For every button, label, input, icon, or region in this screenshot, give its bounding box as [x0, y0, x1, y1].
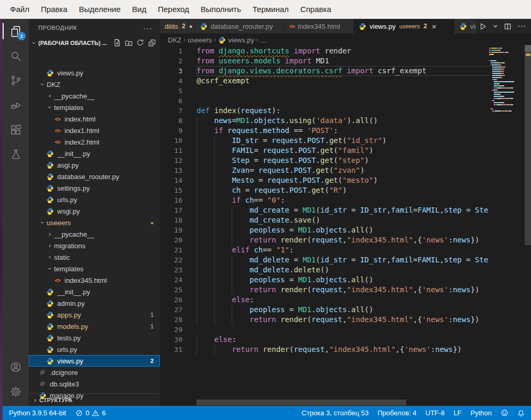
- code-line-17[interactable]: 17md_create = MD1(id_str = ID_str,famil=…: [160, 205, 525, 215]
- menu-Выполнить[interactable]: Выполнить: [195, 0, 247, 19]
- activity-run-and-debug-icon[interactable]: [3, 93, 29, 117]
- activity-extensions-icon[interactable]: [3, 117, 29, 142]
- encoding[interactable]: UTF-8: [426, 409, 445, 417]
- code-line-22[interactable]: 22md_delete = MD1(id_str = ID_str,famil=…: [160, 255, 525, 265]
- tree-item-apps.py[interactable]: apps.py1: [29, 309, 160, 320]
- problems-indicator[interactable]: 0 6: [75, 409, 105, 417]
- activity-testing-icon[interactable]: [3, 142, 29, 167]
- outline-section-header[interactable]: › СТРУКТУРА: [29, 393, 160, 406]
- code-line-23[interactable]: 23md_delete.delete(): [160, 265, 525, 275]
- tree-item-models.py[interactable]: models.py1: [29, 320, 160, 332]
- code-line-9[interactable]: 9if request.method == 'POST':: [160, 126, 525, 136]
- minimap[interactable]: [489, 46, 525, 394]
- code-line-12[interactable]: 12Step = request.POST.get("step"): [160, 156, 525, 165]
- activity-account-icon[interactable]: [3, 355, 29, 379]
- indentation[interactable]: Пробелов: 4: [377, 409, 416, 417]
- tree-item-urls.py[interactable]: urls.py: [29, 344, 160, 355]
- close-icon[interactable]: ×: [432, 23, 437, 30]
- new-folder-icon[interactable]: [125, 39, 133, 47]
- tree-item-.dcignore[interactable]: .dcignore: [29, 367, 160, 378]
- run-icon[interactable]: [479, 23, 487, 30]
- tree-item-asgi.py[interactable]: asgi.py: [29, 159, 160, 171]
- code-line-20[interactable]: 20return render(request,"index345.html",…: [160, 235, 525, 245]
- new-file-icon[interactable]: [113, 39, 121, 47]
- code-line-6[interactable]: 6: [160, 96, 525, 106]
- code-line-3[interactable]: 3from django.views.decorators.csrf impor…: [160, 66, 525, 76]
- code-line-26[interactable]: 26else:: [160, 295, 525, 305]
- tree-item-wsgi.py[interactable]: wsgi.py: [29, 205, 160, 217]
- activity-explorer-icon[interactable]: 2: [3, 19, 29, 43]
- code-line-27[interactable]: 27peopless = MD1.objects.all(): [160, 305, 525, 315]
- tab-database_roouter.py[interactable]: database_roouter.py: [195, 19, 284, 34]
- code-line-29[interactable]: 29: [160, 325, 525, 335]
- tree-item-db.sqlite3[interactable]: db.sqlite3: [29, 378, 160, 390]
- tree-item-static[interactable]: ›static: [29, 251, 160, 263]
- tree-item-templates[interactable]: ›templates: [29, 263, 160, 274]
- feedback-icon[interactable]: [501, 409, 508, 417]
- code-line-18[interactable]: 18md_create.save(): [160, 215, 525, 225]
- menu-Правка[interactable]: Правка: [35, 0, 73, 19]
- tree-item-index345.html[interactable]: <>index345.html: [29, 274, 160, 286]
- tab-diiits[interactable]: diiits2●: [160, 19, 194, 34]
- notifications-bell-icon[interactable]: [517, 410, 525, 417]
- tab-index345.html[interactable]: <>index345.html: [285, 19, 353, 34]
- tree-item-DKZ[interactable]: ›DKZ: [29, 79, 160, 90]
- menu-Вид[interactable]: Вид: [126, 0, 152, 19]
- code-line-4[interactable]: 4@csrf_exempt: [160, 76, 525, 86]
- tree-item-__init__.py[interactable]: __init__.py: [29, 148, 160, 159]
- tree-item-index2.html[interactable]: <>index2.html: [29, 136, 160, 148]
- tab-vie[interactable]: vie: [454, 19, 479, 34]
- code-line-25[interactable]: 25return render(request,"index345.html",…: [160, 285, 525, 295]
- tab-views.py[interactable]: views.pyuseeers2×: [354, 19, 454, 34]
- menu-Терминал[interactable]: Терминал: [247, 0, 295, 19]
- code-line-2[interactable]: 2from useeers.models import MD1: [160, 56, 525, 66]
- code-line-31[interactable]: 31return render(request,"index345.html",…: [160, 345, 525, 355]
- code-line-24[interactable]: 24peopless = MD1.objects.all(): [160, 275, 525, 285]
- menu-Переход[interactable]: Переход: [152, 0, 195, 19]
- refresh-icon[interactable]: [136, 39, 144, 47]
- python-version[interactable]: Python 3.9.5 64-bit: [9, 409, 66, 417]
- code-line-15[interactable]: 15ch = request.POST.get("R"): [160, 185, 525, 195]
- tree-item-index.html[interactable]: <>index.html: [29, 113, 160, 125]
- code-line-7[interactable]: 7def index(request):: [160, 106, 525, 116]
- more-actions-icon[interactable]: ···: [517, 21, 526, 31]
- breadcrumb-item[interactable]: DKZ: [168, 36, 181, 44]
- breadcrumb-item[interactable]: useeers: [188, 36, 212, 44]
- horizontal-scrollbar[interactable]: [197, 400, 406, 405]
- code-line-13[interactable]: 13Zvan= request.POST.get("zvan"): [160, 165, 525, 175]
- tree-item-settings.py[interactable]: settings.py: [29, 182, 160, 194]
- code-line-8[interactable]: 8news=MD1.objects.using('daata').all(): [160, 116, 525, 126]
- tree-item-views.py[interactable]: views.py: [29, 67, 160, 79]
- code-line-21[interactable]: 21elif ch== "1":: [160, 245, 525, 255]
- cursor-position[interactable]: Строка 3, столбец 53: [301, 409, 369, 417]
- eol-sequence[interactable]: LF: [453, 409, 461, 417]
- code-line-5[interactable]: 5: [160, 86, 525, 96]
- code-line-10[interactable]: 10ID_str = request.POST.get("id_str"): [160, 136, 525, 146]
- code-line-14[interactable]: 14Mesto = request.POST.get("mesto"): [160, 175, 525, 185]
- tree-item-urls.py[interactable]: urls.py: [29, 194, 160, 205]
- breadcrumb-item[interactable]: ...: [261, 36, 266, 44]
- tree-item-views.py[interactable]: views.py2: [29, 355, 160, 367]
- tree-item-useeers[interactable]: ›useeers●: [29, 217, 160, 228]
- code-line-1[interactable]: 1from django.shortcuts import render: [160, 46, 525, 56]
- activity-search-icon[interactable]: [3, 43, 29, 68]
- tree-item-__init__.py[interactable]: __init__.py: [29, 286, 160, 297]
- tree-item-tests.py[interactable]: tests.py: [29, 332, 160, 344]
- tree-item-index1.html[interactable]: <>index1.html: [29, 125, 160, 136]
- menu-Файл[interactable]: Файл: [4, 0, 35, 19]
- menu-Справка[interactable]: Справка: [295, 0, 337, 19]
- activity-settings-icon[interactable]: [3, 379, 29, 404]
- code-line-30[interactable]: 30else:: [160, 335, 525, 345]
- tree-item-templates[interactable]: ›templates: [29, 102, 160, 113]
- workspace-section-header[interactable]: › (РАБОЧАЯ ОБЛАСТЬ) ...: [29, 37, 160, 49]
- tree-item-__pycache__[interactable]: ›__pycache__: [29, 228, 160, 240]
- code-line-28[interactable]: 28return render(request,"index345.html",…: [160, 315, 525, 325]
- tree-item-__pycache__[interactable]: ›__pycache__: [29, 90, 160, 102]
- code-line-16[interactable]: 16if ch== "0":: [160, 195, 525, 205]
- tree-item-migrations[interactable]: ›migrations: [29, 240, 160, 251]
- chevron-down-small-icon[interactable]: [493, 24, 498, 29]
- language-mode[interactable]: Python: [471, 409, 492, 417]
- menu-Выделение[interactable]: Выделение: [73, 0, 126, 19]
- code-editor[interactable]: 1from django.shortcuts import render2fro…: [160, 46, 525, 400]
- tree-item-database_roouter.py[interactable]: database_roouter.py: [29, 171, 160, 182]
